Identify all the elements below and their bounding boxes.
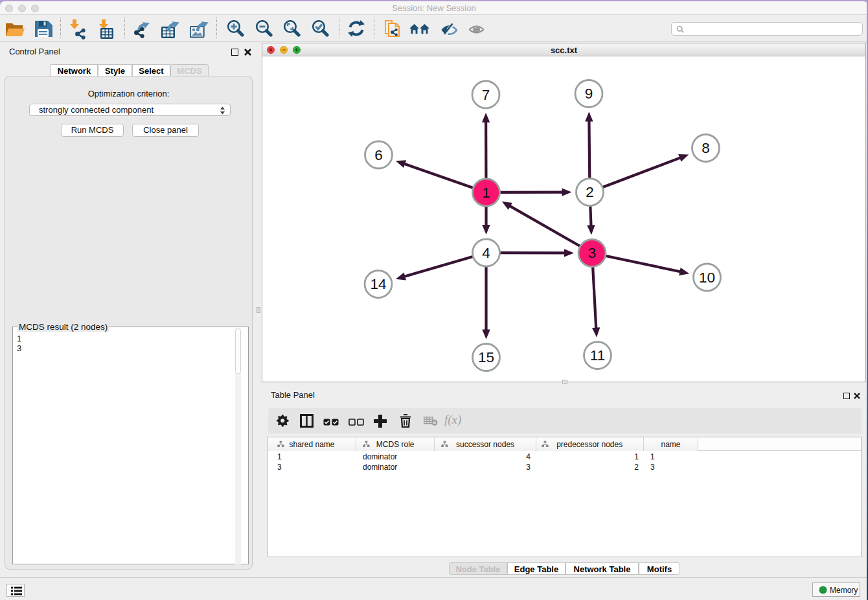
svg-text:15: 15	[478, 349, 494, 365]
svg-text:9: 9	[585, 86, 593, 102]
svg-text:7: 7	[482, 87, 490, 103]
svg-text:2: 2	[586, 184, 594, 200]
svg-text:6: 6	[374, 147, 383, 163]
svg-text:1: 1	[482, 185, 490, 201]
svg-text:10: 10	[699, 270, 715, 286]
svg-text:11: 11	[590, 347, 605, 363]
svg-text:8: 8	[702, 140, 710, 156]
svg-text:4: 4	[482, 245, 490, 261]
svg-text:3: 3	[588, 245, 597, 261]
svg-text:14: 14	[370, 276, 386, 292]
